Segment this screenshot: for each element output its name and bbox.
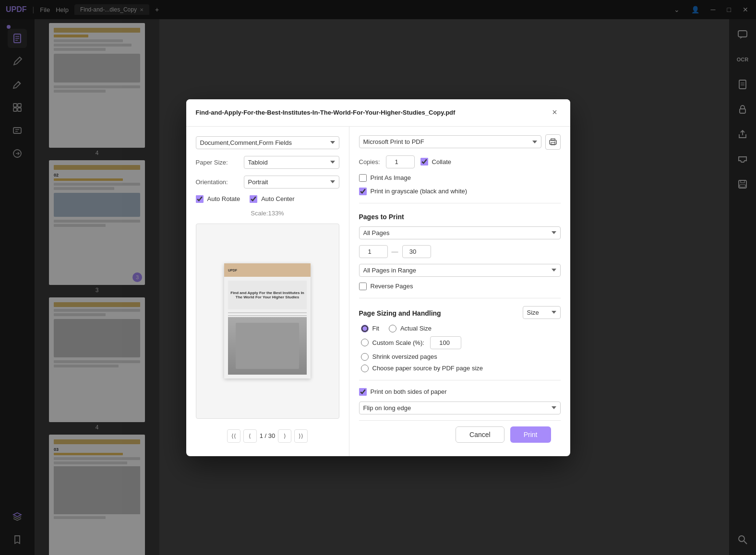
divider-1 bbox=[359, 203, 561, 203]
dialog-right-panel: Microsoft Print to PDF Send To OneNote F… bbox=[349, 127, 570, 456]
dialog-body: Document,Comment,Form Fields Document Fo… bbox=[186, 127, 570, 456]
print-as-image-row: Print As Image bbox=[359, 174, 561, 182]
paper-size-label: Paper Size: bbox=[196, 159, 239, 166]
copies-row: Copies: Collate bbox=[359, 155, 561, 168]
paper-size-select[interactable]: Letter Tabloid A4 A3 Legal bbox=[244, 156, 339, 169]
auto-rotate-row: Auto Rotate bbox=[196, 195, 240, 203]
preview-title-block: Find and Apply For the Best Institutes I… bbox=[228, 281, 307, 309]
actual-size-label[interactable]: Actual Size bbox=[400, 325, 432, 332]
custom-scale-row: Custom Scale (%): bbox=[361, 336, 561, 349]
custom-scale-radio[interactable] bbox=[361, 339, 369, 346]
printer-settings-button[interactable] bbox=[545, 134, 561, 150]
total-pages: 30 bbox=[268, 432, 275, 439]
choose-paper-radio-row: Choose paper source by PDF page size bbox=[361, 365, 561, 372]
actual-size-radio[interactable] bbox=[389, 325, 396, 332]
preview-area: UPDF Find and Apply For the Best Institu… bbox=[196, 224, 339, 419]
preview-content: Find and Apply For the Best Institutes I… bbox=[224, 277, 311, 378]
custom-scale-radio-row: Custom Scale (%): bbox=[361, 339, 424, 346]
range-dash: — bbox=[392, 248, 398, 255]
print-as-image-label[interactable]: Print As Image bbox=[371, 174, 411, 181]
printer-select[interactable]: Microsoft Print to PDF Send To OneNote F… bbox=[359, 135, 541, 148]
auto-rotate-checkbox[interactable] bbox=[196, 195, 204, 203]
dialog-header: Find-and-Apply-For-the-Best-Institutes-I… bbox=[186, 99, 570, 127]
pages-section-title: Pages to Print bbox=[359, 213, 561, 221]
modal-overlay: Find-and-Apply-For-the-Best-Institutes-I… bbox=[0, 0, 756, 555]
auto-center-label[interactable]: Auto Center bbox=[261, 195, 294, 202]
printer-row: Microsoft Print to PDF Send To OneNote F… bbox=[359, 134, 561, 150]
pages-to-input[interactable] bbox=[402, 245, 431, 258]
nav-next-button[interactable]: ⟩ bbox=[278, 429, 291, 443]
reverse-pages-row: Reverse Pages bbox=[359, 283, 561, 290]
pages-from-input[interactable] bbox=[359, 245, 388, 258]
orientation-label: Orientation: bbox=[196, 178, 239, 186]
print-both-sides-label[interactable]: Print on both sides of paper bbox=[371, 388, 447, 395]
auto-center-checkbox[interactable] bbox=[250, 195, 257, 203]
reverse-pages-checkbox[interactable] bbox=[359, 283, 367, 290]
cancel-button[interactable]: Cancel bbox=[456, 426, 504, 443]
content-dropdown[interactable]: Document,Comment,Form Fields Document Fo… bbox=[196, 136, 339, 149]
shrink-label[interactable]: Shrink oversized pages bbox=[372, 353, 437, 360]
auto-center-row: Auto Center bbox=[250, 195, 294, 203]
print-grayscale-row: Print in grayscale (black and white) bbox=[359, 188, 561, 195]
dialog-left-panel: Document,Comment,Form Fields Document Fo… bbox=[186, 127, 349, 456]
dialog-title: Find-and-Apply-For-the-Best-Institutes-I… bbox=[196, 109, 456, 116]
collate-label[interactable]: Collate bbox=[432, 158, 451, 165]
orientation-select[interactable]: Portrait Landscape bbox=[244, 176, 339, 189]
page-navigation: ⟨⟨ ⟨ 1 / 30 ⟩ ⟩⟩ bbox=[196, 425, 339, 447]
print-as-image-checkbox[interactable] bbox=[359, 174, 367, 182]
auto-options-row: Auto Rotate Auto Center bbox=[196, 195, 339, 203]
print-grayscale-checkbox[interactable] bbox=[359, 188, 367, 195]
nav-prev-button[interactable]: ⟨ bbox=[243, 429, 257, 443]
divider-2 bbox=[359, 298, 561, 298]
custom-scale-label[interactable]: Custom Scale (%): bbox=[372, 339, 424, 346]
sizing-section-title: Page Sizing and Handling bbox=[359, 309, 441, 317]
print-both-sides-checkbox[interactable] bbox=[359, 388, 367, 396]
fit-radio-row: Fit bbox=[361, 325, 379, 332]
preview-line-2 bbox=[228, 315, 307, 316]
nav-last-button[interactable]: ⟩⟩ bbox=[294, 429, 308, 443]
copies-input[interactable] bbox=[386, 155, 415, 168]
nav-first-button[interactable]: ⟨⟨ bbox=[227, 429, 240, 443]
orientation-row: Orientation: Portrait Landscape bbox=[196, 176, 339, 189]
sizing-header: Page Sizing and Handling Size Fit Shrink… bbox=[359, 306, 561, 319]
preview-image bbox=[228, 317, 307, 375]
sizing-mode-dropdown[interactable]: Size Fit Shrink Multiple bbox=[523, 306, 561, 319]
fit-label[interactable]: Fit bbox=[372, 325, 379, 332]
page-info: 1 / 30 bbox=[260, 432, 276, 439]
choose-paper-label[interactable]: Choose paper source by PDF page size bbox=[372, 365, 483, 372]
preview-header: UPDF bbox=[224, 263, 311, 277]
scale-label: Scale:133% bbox=[196, 210, 339, 217]
divider-3 bbox=[359, 380, 561, 380]
pages-dropdown[interactable]: All Pages Current Page Custom Range bbox=[359, 226, 561, 239]
custom-scale-input[interactable] bbox=[430, 336, 461, 349]
reverse-pages-label[interactable]: Reverse Pages bbox=[371, 283, 413, 290]
choose-paper-radio[interactable] bbox=[361, 365, 369, 372]
shrink-radio-row: Shrink oversized pages bbox=[361, 353, 561, 361]
print-both-sides-row: Print on both sides of paper bbox=[359, 388, 561, 396]
flip-edge-dropdown[interactable]: Flip on long edge Flip on short edge bbox=[359, 401, 561, 414]
print-dialog: Find-and-Apply-For-the-Best-Institutes-I… bbox=[186, 99, 570, 456]
odd-even-dropdown[interactable]: All Pages in Range Odd Pages Only Even P… bbox=[359, 264, 561, 277]
shrink-radio[interactable] bbox=[361, 353, 369, 361]
sizing-options: Fit Actual Size Custom Scale (%): bbox=[359, 325, 561, 372]
collate-checkbox[interactable] bbox=[420, 158, 428, 165]
print-grayscale-label[interactable]: Print in grayscale (black and white) bbox=[371, 188, 468, 195]
print-button[interactable]: Print bbox=[510, 426, 551, 443]
copies-label: Copies: bbox=[359, 158, 380, 165]
svg-point-26 bbox=[554, 142, 555, 142]
collate-row: Collate bbox=[420, 158, 451, 165]
dialog-footer: Cancel Print bbox=[359, 420, 561, 449]
dialog-close-button[interactable]: × bbox=[549, 107, 561, 118]
fit-radio[interactable] bbox=[361, 325, 369, 332]
pages-range-row: — bbox=[359, 245, 561, 258]
page-separator: / bbox=[265, 432, 268, 439]
actual-size-radio-row: Actual Size bbox=[389, 325, 432, 332]
paper-size-row: Paper Size: Letter Tabloid A4 A3 Legal bbox=[196, 156, 339, 169]
preview-line-1 bbox=[228, 312, 307, 313]
auto-rotate-label[interactable]: Auto Rotate bbox=[207, 195, 240, 202]
fit-actual-row: Fit Actual Size bbox=[361, 325, 561, 332]
current-page: 1 bbox=[260, 432, 263, 439]
preview-page: UPDF Find and Apply For the Best Institu… bbox=[224, 263, 311, 378]
